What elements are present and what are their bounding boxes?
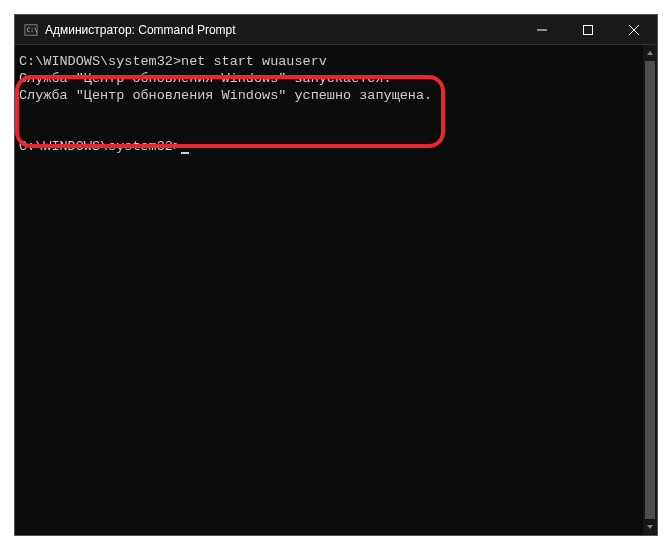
maximize-button[interactable] xyxy=(565,15,611,44)
titlebar[interactable]: C:\ Администратор: Command Prompt xyxy=(15,15,657,45)
prompt: C:\WINDOWS\system32> xyxy=(19,54,181,69)
terminal-content: C:\WINDOWS\system32>net start wuauserv С… xyxy=(19,53,653,155)
prompt: C:\WINDOWS\system32> xyxy=(19,139,181,154)
svg-text:C:\: C:\ xyxy=(27,25,38,32)
window-controls xyxy=(519,15,657,44)
close-button[interactable] xyxy=(611,15,657,44)
window-title: Администратор: Command Prompt xyxy=(45,23,519,37)
scrollbar-down-icon[interactable] xyxy=(643,519,657,535)
output-line: Служба "Центр обновления Windows" успешн… xyxy=(19,88,432,103)
scrollbar-thumb[interactable] xyxy=(645,61,655,519)
output-line: Служба "Центр обновления Windows" запуск… xyxy=(19,71,392,86)
cursor xyxy=(181,152,189,154)
scrollbar[interactable] xyxy=(643,45,657,535)
terminal-area[interactable]: C:\WINDOWS\system32>net start wuauserv С… xyxy=(15,45,657,535)
command-text: net start wuauserv xyxy=(181,54,327,69)
cmd-icon: C:\ xyxy=(23,22,39,38)
minimize-button[interactable] xyxy=(519,15,565,44)
svg-rect-3 xyxy=(584,25,593,34)
command-prompt-window: C:\ Администратор: Command Prompt C:\WIN… xyxy=(14,14,658,536)
scrollbar-up-icon[interactable] xyxy=(643,45,657,61)
